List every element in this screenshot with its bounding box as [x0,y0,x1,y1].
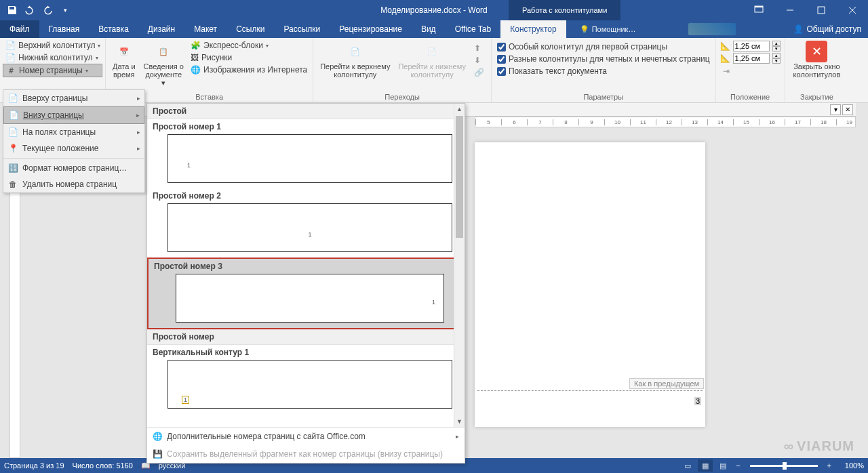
redo-icon[interactable] [39,2,56,18]
gallery-item-simple-2[interactable]: Простой номер 2 1 [147,188,465,252]
insert-alignment-tab-button[interactable]: ⇥ [720,65,781,77]
zoom-in-button[interactable]: + [825,461,834,470]
prev-section-button[interactable]: ⬆ [471,42,487,54]
contextual-tools-title: Работа с колонтитулами [509,0,620,20]
scrollbar-thumb[interactable] [456,116,463,238]
submenu-page-margins[interactable]: 📄На полях страницы▸ [3,124,144,140]
tab-office-tab[interactable]: Office Tab [446,20,501,38]
document-page[interactable]: Как в предыдущем 3 [475,142,705,427]
save-icon[interactable] [4,2,20,18]
gallery-scrollbar[interactable]: ▲ ▼ [454,104,465,427]
doc-tab-controls: ▾ ✕ [830,104,853,115]
page-number-button[interactable]: #️ Номер страницы ▾ [3,64,102,77]
close-x-icon: ✕ [806,41,827,62]
status-page[interactable]: Страница 3 из 19 [4,461,64,470]
page-number-field[interactable]: 3 [694,397,701,405]
svg-rect-3 [818,7,825,14]
tab-review[interactable]: Рецензирование [330,20,412,38]
group-label-nav: Переходы [316,93,488,102]
tell-me-search[interactable]: 💡 Помощник… [580,20,636,38]
view-read-mode-icon[interactable]: ▭ [680,459,695,472]
gallery-section-simple-number: Простой номер [147,329,465,345]
tab-designer[interactable]: Конструктор [500,20,566,38]
zoom-slider[interactable] [750,465,818,467]
goto-footer-button: 📄Перейти к нижнему колонтитулу [394,39,469,93]
scroll-up-icon[interactable]: ▲ [454,104,465,115]
gallery-item-simple-1[interactable]: Простой номер 1 1 [147,119,465,183]
tab-home[interactable]: Главная [39,20,90,38]
share-button[interactable]: 👤 Общий доступ [793,20,861,38]
footer-button[interactable]: 📄 Нижний колонтитул ▾ [3,52,102,64]
different-odd-even-checkbox[interactable]: Разные колонтитулы для четных и нечетных… [496,53,711,65]
different-first-checkbox[interactable]: Особый колонтитул для первой страницы [496,41,711,53]
horizontal-ruler: 5678910111213141516171819 [475,117,856,127]
submenu-current-position[interactable]: 📍Текущее положение▸ [3,140,144,157]
status-word-count[interactable]: Число слов: 5160 [73,461,133,470]
tab-mailings[interactable]: Рассылки [274,20,330,38]
svg-rect-1 [755,6,763,7]
watermark: ∞VIARUM [784,438,854,454]
link-previous-button[interactable]: 🔗 [471,66,487,79]
tab-file[interactable]: Файл [0,20,39,38]
show-document-checkbox[interactable]: Показать текст документа [496,65,711,77]
goto-header-button[interactable]: 📄Перейти к верхнему колонтитулу [316,39,394,93]
submenu-bottom-of-page[interactable]: 📄Внизу страницы▸ [3,106,144,124]
gallery-more-online[interactable]: 🌐Дополнительные номера страниц с сайта O… [147,428,465,445]
submenu-top-of-page[interactable]: 📄Вверху страницы▸ [3,90,144,106]
qat-more-icon[interactable]: ▾ [57,2,73,18]
ribbon-options-icon[interactable] [743,0,774,20]
submenu-remove-numbers[interactable]: 🗑Удалить номера страниц [3,176,144,192]
quick-access-toolbar: ▾ [4,2,73,18]
gallery-item-simple-3[interactable]: Простой номер 3 1 [147,258,465,329]
doc-tab-dropdown-icon[interactable]: ▾ [830,104,841,115]
quick-parts-button[interactable]: 🧩 Экспресс-блоки ▾ [188,39,310,52]
window-title: Моделирование.docx - Word [380,5,488,15]
tab-design[interactable]: Дизайн [138,20,184,38]
view-web-layout-icon[interactable]: ▤ [715,459,730,472]
view-print-layout-icon[interactable]: ▦ [698,459,713,472]
header-top-spinner[interactable]: 📐▲▼ [720,41,781,52]
header-button[interactable]: 📄 Верхний колонтитул ▾ [3,39,102,52]
close-icon[interactable] [837,0,868,20]
scroll-down-icon[interactable]: ▼ [454,416,465,427]
minimize-icon[interactable] [774,0,806,20]
close-header-footer-button[interactable]: ✕ Закрыть окно колонтитулов [788,39,846,93]
group-label-position: Положение [719,93,782,102]
group-label-options: Параметры [494,93,713,102]
gallery-save-selection: 💾Сохранить выделенный фрагмент как номер… [147,445,465,463]
footer-bottom-spinner[interactable]: 📐▲▼ [720,53,781,64]
zoom-level[interactable]: 100% [837,461,864,470]
group-label-close: Закрытие [788,93,846,102]
office-icon: 🌐 [153,432,163,441]
submenu-format-numbers[interactable]: 🔢Формат номеров страниц… [3,160,144,176]
tab-references[interactable]: Ссылки [226,20,274,38]
gallery-item-vertical-outline-1[interactable]: Вертикальный контур 1 1 [147,345,465,409]
date-time-button[interactable]: 📅Дата и время [108,39,140,93]
tab-view[interactable]: Вид [412,20,446,38]
page-number-submenu: 📄Вверху страницы▸ 📄Внизу страницы▸ 📄На п… [3,89,145,193]
undo-icon[interactable] [22,2,38,18]
user-avatar[interactable] [688,23,736,35]
maximize-icon[interactable] [806,0,837,20]
save-selection-icon: 💾 [153,449,163,459]
ribbon-tabs: Файл Главная Вставка Дизайн Макет Ссылки… [0,20,868,38]
doc-tab-close-icon[interactable]: ✕ [842,104,853,115]
title-bar: ▾ Моделирование.docx - Word Работа с кол… [0,0,868,20]
tab-insert[interactable]: Вставка [89,20,138,38]
infinity-icon: ∞ [784,438,794,454]
next-section-button[interactable]: ⬇ [471,54,487,66]
footer-boundary [477,390,703,391]
zoom-out-button[interactable]: − [733,461,743,470]
doc-info-button[interactable]: 📋Сведения о документе▾ [140,39,188,93]
same-as-previous-label: Как в предыдущем [629,378,704,389]
tab-layout[interactable]: Макет [184,20,226,38]
page-number-gallery: ▲ ▼ Простой Простой номер 1 1 Простой но… [146,103,465,464]
online-pictures-button[interactable]: 🌐 Изображения из Интернета [188,64,310,76]
gallery-section-simple: Простой [147,104,465,119]
pictures-button[interactable]: 🖼 Рисунки [188,52,310,64]
